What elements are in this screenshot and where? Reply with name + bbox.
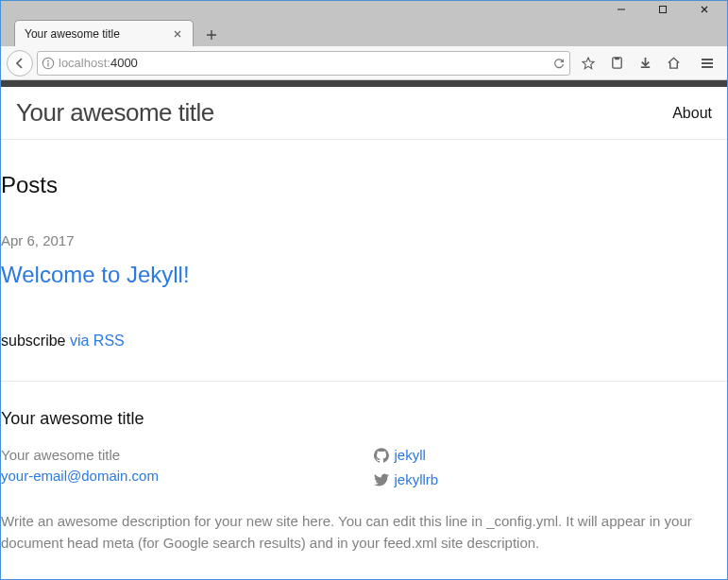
twitter-icon: [374, 472, 389, 487]
tab-strip: Your awesome title: [1, 18, 727, 46]
site-nav: About: [672, 102, 712, 125]
post-title-link[interactable]: Welcome to Jekyll!: [1, 258, 190, 292]
new-tab-button[interactable]: [199, 24, 224, 46]
tab-close-button[interactable]: [170, 26, 185, 42]
browser-tab[interactable]: Your awesome title: [14, 20, 194, 46]
navigation-toolbar: localhost:4000: [1, 46, 727, 80]
svg-point-2: [47, 60, 49, 61]
twitter-link[interactable]: jekyllrb: [395, 469, 439, 491]
page-accent-bar: [1, 80, 727, 87]
window-minimize-button[interactable]: [601, 1, 642, 18]
svg-rect-5: [615, 58, 619, 60]
window-maximize-button[interactable]: [642, 1, 684, 18]
site-header: Your awesome title About: [1, 87, 727, 140]
identity-info-icon[interactable]: [42, 57, 55, 70]
footer-heading: Your awesome title: [1, 406, 727, 432]
window-titlebar: [1, 1, 727, 18]
page-viewport[interactable]: Your awesome title About Posts Apr 6, 20…: [1, 80, 727, 579]
url-host: localhost:: [59, 56, 110, 70]
site-title-link[interactable]: Your awesome title: [16, 94, 214, 131]
subscribe-prefix: subscribe: [1, 333, 70, 349]
hamburger-menu-button[interactable]: [693, 50, 721, 77]
svg-rect-0: [660, 7, 667, 13]
github-link[interactable]: jekyll: [395, 445, 426, 467]
footer-col-social: jekyll jekyllrb: [374, 445, 728, 495]
back-button[interactable]: [7, 50, 33, 77]
post-date: Apr 6, 2017: [1, 230, 727, 252]
footer-site-name: Your awesome title: [1, 445, 355, 467]
window-close-button[interactable]: [684, 1, 725, 18]
rss-link[interactable]: via RSS: [70, 333, 125, 349]
site-footer: Your awesome title Your awesome title yo…: [1, 382, 727, 580]
footer-email-link[interactable]: your-email@domain.com: [1, 468, 159, 484]
bookmark-star-button[interactable]: [574, 50, 602, 77]
downloads-button[interactable]: [631, 50, 659, 77]
svg-rect-3: [47, 62, 48, 66]
tab-title: Your awesome title: [25, 27, 170, 41]
posts-heading: Posts: [1, 168, 727, 202]
footer-col-contact: Your awesome title your-email@domain.com: [1, 445, 355, 495]
url-bar[interactable]: localhost:4000: [37, 51, 570, 76]
footer-description: Write an awesome description for your ne…: [1, 510, 727, 554]
library-button[interactable]: [602, 50, 631, 77]
github-icon: [374, 448, 389, 463]
page-content: Posts Apr 6, 2017 Welcome to Jekyll! sub…: [1, 140, 727, 382]
nav-about-link[interactable]: About: [672, 105, 712, 121]
home-button[interactable]: [659, 50, 687, 77]
url-port: 4000: [110, 56, 138, 70]
url-input[interactable]: localhost:4000: [59, 56, 549, 70]
reload-button[interactable]: [552, 57, 566, 70]
rss-subscribe-line: subscribe via RSS: [1, 330, 727, 352]
